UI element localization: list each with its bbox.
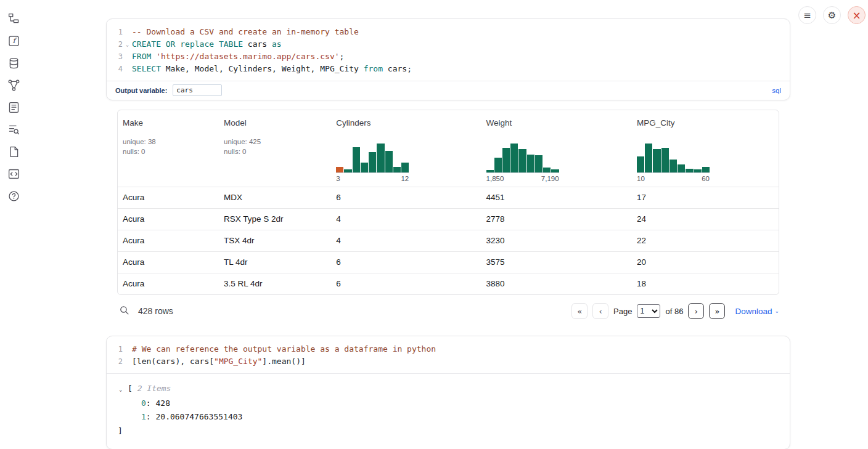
table-cell: 20 [632,252,779,273]
table-row[interactable]: AcuraTSX 4dr4323022 [118,230,779,251]
column-name: Weight [486,118,632,127]
datasources-icon[interactable] [7,57,20,70]
code-text: -- Download a CSV and create an in-memor… [132,26,359,38]
column-header-weight[interactable]: Weight1,8507,190 [481,110,632,187]
scratchpad-icon[interactable] [7,101,20,114]
code-token: OR [166,39,176,49]
code-token: ; [340,52,345,61]
output-variable-label: Output variable: [115,87,167,94]
documentation-icon[interactable] [7,145,20,158]
histogram-bar[interactable] [543,168,551,172]
table-row[interactable]: AcuraMDX6445117 [118,187,779,208]
prev-page-button[interactable]: ‹ [592,303,608,319]
close-bracket: ] [107,424,790,439]
collapse-chevron-icon[interactable]: ⌄ [119,382,128,397]
table-cell: 3880 [481,273,632,294]
histogram-bar[interactable] [344,169,351,172]
code-token: FROM [132,52,151,61]
table-cell: 4 [331,230,481,251]
table-row[interactable]: AcuraRSX Type S 2dr4277824 [118,208,779,230]
help-icon[interactable] [7,190,20,203]
code-token: SELECT [132,64,161,73]
sql-code-editor[interactable]: 1-- Download a CSV and create an in-memo… [107,19,790,81]
histogram-bar[interactable] [686,169,693,172]
histogram-bar[interactable] [645,144,652,172]
code-line[interactable]: 3FROM 'https://datasets.marimo.app/cars.… [107,51,790,63]
code-line[interactable]: 4SELECT Make, Model, Cylinders, Weight, … [107,63,790,75]
code-text: # We can reference the output variable a… [132,343,436,355]
code-token: -- Download a CSV and create an in-memor… [132,27,359,36]
output-variable-input[interactable] [173,84,222,96]
language-badge: sql [772,87,781,94]
histogram-bar[interactable] [694,169,702,172]
histogram-bar[interactable] [653,149,660,172]
column-histogram: 1,8507,190 [486,144,559,182]
menu-button[interactable]: ≡ [798,6,816,24]
search-icon[interactable] [117,304,131,318]
download-button[interactable]: Download ⌄ [735,307,779,316]
histogram-bar[interactable] [361,163,368,172]
column-header-model[interactable]: Modelunique: 425nulls: 0 [219,110,331,187]
histogram-bar[interactable] [669,160,677,172]
next-page-button[interactable]: › [688,303,704,319]
histogram-bar[interactable] [377,144,384,172]
page-select[interactable]: 1 [637,304,660,318]
histogram-bar[interactable] [502,148,510,172]
histogram-bar[interactable] [494,158,502,172]
column-header-make[interactable]: Makeunique: 38nulls: 0 [118,110,219,187]
code-line[interactable]: 2[len(cars), cars["MPG_City"].mean()] [107,355,790,368]
snippets-icon[interactable] [7,168,20,180]
table-cell: 24 [632,209,779,230]
line-number: 3 [107,51,123,63]
histogram-bar[interactable] [401,163,409,172]
histogram-bar[interactable] [535,155,542,172]
histogram-bar[interactable] [336,167,343,172]
dependency-graph-icon[interactable] [7,79,20,92]
sidebar: f [0,0,27,203]
histogram-bar[interactable] [637,156,644,172]
histogram-bar[interactable] [353,147,360,172]
histogram-bar[interactable] [369,152,376,172]
table-row[interactable]: AcuraTL 4dr6357520 [118,251,779,273]
histogram-bar[interactable] [702,167,710,172]
histogram-bar[interactable] [518,149,526,172]
table-cell: Acura [118,230,219,251]
file-explorer-icon[interactable] [7,12,20,25]
histogram-bar[interactable] [510,144,518,172]
code-token: [len(cars), cars[ [132,357,214,366]
code-line[interactable]: 1# We can reference the output variable … [107,343,790,355]
histogram-bar[interactable] [551,169,559,172]
column-header-mpg_city[interactable]: MPG_City1060 [632,110,779,187]
histogram-bar[interactable] [527,155,534,172]
table-row[interactable]: Acura3.5 RL 4dr6388018 [118,273,779,294]
functions-icon[interactable]: f [7,34,20,47]
fold-chevron-icon[interactable]: ⌄ [123,38,132,51]
close-button[interactable]: × [848,6,866,24]
settings-button[interactable]: ⚙ [823,6,841,24]
histogram-bar[interactable] [393,167,401,172]
code-token [214,39,219,49]
histogram-bar[interactable] [678,164,685,172]
python-code-editor[interactable]: 1# We can reference the output variable … [107,336,790,373]
logs-icon[interactable] [7,123,20,136]
table-cell: 3.5 RL 4dr [219,273,331,294]
column-header-cylinders[interactable]: Cylinders312 [331,110,481,187]
table-cell: MDX [219,187,331,208]
histogram-bar[interactable] [486,170,494,172]
column-stat: unique: 38 [123,137,219,147]
dataframe-table: Makeunique: 38nulls: 0Modelunique: 425nu… [117,110,779,295]
histogram-bar[interactable] [385,151,393,172]
histogram-bar[interactable] [661,148,669,172]
gutter-spacer [123,51,132,63]
table-cell: 6 [331,273,481,294]
close-icon: × [852,9,861,22]
tree-root-line: ⌄[ 2 Items [107,382,790,397]
topbar-actions: ≡ ⚙ × [798,6,866,24]
code-line[interactable]: 2⌄CREATE OR replace TABLE cars as [107,38,790,51]
first-page-button[interactable]: « [571,303,588,319]
code-line[interactable]: 1-- Download a CSV and create an in-memo… [107,26,790,38]
line-number: 2 [107,355,123,368]
last-page-button[interactable]: » [709,303,725,319]
code-token: "MPG_City" [214,357,262,366]
column-name: MPG_City [637,118,779,127]
